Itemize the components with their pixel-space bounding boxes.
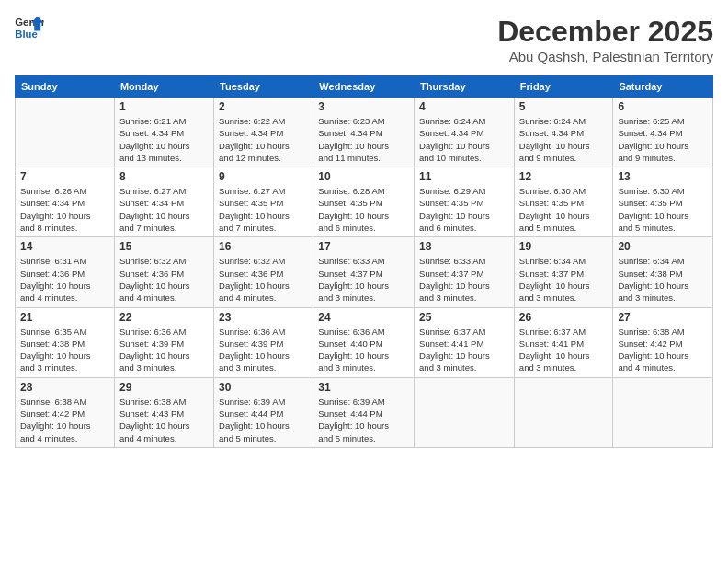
day-info: Sunrise: 6:37 AM Sunset: 4:41 PM Dayligh… [419, 326, 509, 374]
calendar-header-tuesday: Tuesday [214, 76, 313, 98]
calendar-cell: 20Sunrise: 6:34 AM Sunset: 4:38 PM Dayli… [613, 237, 713, 307]
day-info: Sunrise: 6:25 AM Sunset: 4:34 PM Dayligh… [618, 115, 708, 164]
calendar-week-5: 28Sunrise: 6:38 AM Sunset: 4:42 PM Dayli… [16, 377, 713, 447]
day-info: Sunrise: 6:32 AM Sunset: 4:36 PM Dayligh… [219, 255, 308, 304]
day-number: 28 [20, 381, 109, 394]
day-number: 14 [20, 240, 109, 253]
day-number: 27 [618, 311, 708, 324]
day-info: Sunrise: 6:38 AM Sunset: 4:42 PM Dayligh… [20, 396, 109, 444]
calendar-cell: 18Sunrise: 6:33 AM Sunset: 4:37 PM Dayli… [415, 237, 515, 307]
day-number: 29 [119, 381, 209, 394]
calendar-cell: 27Sunrise: 6:38 AM Sunset: 4:42 PM Dayli… [613, 307, 713, 377]
day-info: Sunrise: 6:27 AM Sunset: 4:35 PM Dayligh… [219, 185, 308, 234]
location: Abu Qashsh, Palestinian Territory [497, 49, 713, 64]
calendar-cell: 7Sunrise: 6:26 AM Sunset: 4:34 PM Daylig… [16, 167, 115, 237]
calendar-cell [613, 377, 713, 447]
calendar-week-2: 7Sunrise: 6:26 AM Sunset: 4:34 PM Daylig… [16, 167, 713, 237]
day-number: 31 [318, 381, 409, 394]
day-info: Sunrise: 6:38 AM Sunset: 4:42 PM Dayligh… [618, 326, 708, 374]
day-info: Sunrise: 6:23 AM Sunset: 4:34 PM Dayligh… [318, 115, 409, 164]
calendar-cell [514, 377, 613, 447]
day-info: Sunrise: 6:26 AM Sunset: 4:34 PM Dayligh… [20, 185, 109, 234]
day-number: 12 [519, 170, 609, 183]
day-number: 18 [419, 240, 509, 253]
day-number: 22 [119, 311, 209, 324]
month-title: December 2025 [497, 15, 713, 49]
day-info: Sunrise: 6:36 AM Sunset: 4:39 PM Dayligh… [119, 326, 209, 374]
day-number: 17 [318, 240, 409, 253]
calendar-cell: 24Sunrise: 6:36 AM Sunset: 4:40 PM Dayli… [313, 307, 415, 377]
calendar-cell: 21Sunrise: 6:35 AM Sunset: 4:38 PM Dayli… [16, 307, 115, 377]
calendar-cell: 1Sunrise: 6:21 AM Sunset: 4:34 PM Daylig… [114, 98, 213, 167]
calendar-cell: 14Sunrise: 6:31 AM Sunset: 4:36 PM Dayli… [16, 237, 115, 307]
day-info: Sunrise: 6:39 AM Sunset: 4:44 PM Dayligh… [219, 396, 308, 444]
calendar-week-1: 1Sunrise: 6:21 AM Sunset: 4:34 PM Daylig… [16, 98, 713, 167]
title-section: December 2025 Abu Qashsh, Palestinian Te… [497, 15, 713, 64]
calendar-week-4: 21Sunrise: 6:35 AM Sunset: 4:38 PM Dayli… [16, 307, 713, 377]
day-number: 13 [618, 170, 708, 183]
calendar-cell: 30Sunrise: 6:39 AM Sunset: 4:44 PM Dayli… [214, 377, 313, 447]
calendar-header-saturday: Saturday [613, 76, 713, 98]
day-number: 20 [618, 240, 708, 253]
calendar-table: SundayMondayTuesdayWednesdayThursdayFrid… [15, 75, 713, 448]
calendar-cell: 9Sunrise: 6:27 AM Sunset: 4:35 PM Daylig… [214, 167, 313, 237]
day-info: Sunrise: 6:35 AM Sunset: 4:38 PM Dayligh… [20, 326, 109, 374]
day-number: 9 [219, 170, 308, 183]
calendar-cell: 3Sunrise: 6:23 AM Sunset: 4:34 PM Daylig… [313, 98, 415, 167]
calendar-cell: 29Sunrise: 6:38 AM Sunset: 4:43 PM Dayli… [114, 377, 213, 447]
calendar-cell: 12Sunrise: 6:30 AM Sunset: 4:35 PM Dayli… [514, 167, 613, 237]
calendar-cell: 2Sunrise: 6:22 AM Sunset: 4:34 PM Daylig… [214, 98, 313, 167]
day-number: 6 [618, 100, 708, 113]
day-number: 4 [419, 100, 509, 113]
calendar-cell: 13Sunrise: 6:30 AM Sunset: 4:35 PM Dayli… [613, 167, 713, 237]
day-info: Sunrise: 6:32 AM Sunset: 4:36 PM Dayligh… [119, 255, 209, 304]
day-number: 10 [318, 170, 409, 183]
calendar-header-sunday: Sunday [16, 76, 115, 98]
day-info: Sunrise: 6:33 AM Sunset: 4:37 PM Dayligh… [318, 255, 409, 304]
calendar-cell: 15Sunrise: 6:32 AM Sunset: 4:36 PM Dayli… [114, 237, 213, 307]
calendar-cell: 23Sunrise: 6:36 AM Sunset: 4:39 PM Dayli… [214, 307, 313, 377]
day-number: 30 [219, 381, 308, 394]
day-number: 8 [119, 170, 209, 183]
calendar-cell: 26Sunrise: 6:37 AM Sunset: 4:41 PM Dayli… [514, 307, 613, 377]
calendar-week-3: 14Sunrise: 6:31 AM Sunset: 4:36 PM Dayli… [16, 237, 713, 307]
day-info: Sunrise: 6:36 AM Sunset: 4:39 PM Dayligh… [219, 326, 308, 374]
calendar-header-monday: Monday [114, 76, 213, 98]
calendar-cell: 4Sunrise: 6:24 AM Sunset: 4:34 PM Daylig… [415, 98, 515, 167]
day-info: Sunrise: 6:31 AM Sunset: 4:36 PM Dayligh… [20, 255, 109, 304]
day-info: Sunrise: 6:28 AM Sunset: 4:35 PM Dayligh… [318, 185, 409, 234]
calendar-body: 1Sunrise: 6:21 AM Sunset: 4:34 PM Daylig… [16, 98, 713, 448]
calendar-cell [16, 98, 115, 167]
day-number: 1 [119, 100, 209, 113]
calendar-header-row: SundayMondayTuesdayWednesdayThursdayFrid… [16, 76, 713, 98]
day-number: 7 [20, 170, 109, 183]
calendar-cell: 6Sunrise: 6:25 AM Sunset: 4:34 PM Daylig… [613, 98, 713, 167]
day-number: 2 [219, 100, 308, 113]
day-info: Sunrise: 6:33 AM Sunset: 4:37 PM Dayligh… [419, 255, 509, 304]
day-info: Sunrise: 6:29 AM Sunset: 4:35 PM Dayligh… [419, 185, 509, 234]
day-info: Sunrise: 6:39 AM Sunset: 4:44 PM Dayligh… [318, 396, 409, 444]
calendar-cell: 17Sunrise: 6:33 AM Sunset: 4:37 PM Dayli… [313, 237, 415, 307]
day-info: Sunrise: 6:24 AM Sunset: 4:34 PM Dayligh… [419, 115, 509, 164]
calendar-cell [415, 377, 515, 447]
calendar-header-friday: Friday [514, 76, 613, 98]
calendar-cell: 5Sunrise: 6:24 AM Sunset: 4:34 PM Daylig… [514, 98, 613, 167]
day-info: Sunrise: 6:38 AM Sunset: 4:43 PM Dayligh… [119, 396, 209, 444]
day-info: Sunrise: 6:37 AM Sunset: 4:41 PM Dayligh… [519, 326, 609, 374]
logo-icon: General Blue [15, 15, 44, 40]
calendar-cell: 10Sunrise: 6:28 AM Sunset: 4:35 PM Dayli… [313, 167, 415, 237]
calendar-header-wednesday: Wednesday [313, 76, 415, 98]
day-info: Sunrise: 6:22 AM Sunset: 4:34 PM Dayligh… [219, 115, 308, 164]
calendar-cell: 25Sunrise: 6:37 AM Sunset: 4:41 PM Dayli… [415, 307, 515, 377]
day-info: Sunrise: 6:21 AM Sunset: 4:34 PM Dayligh… [119, 115, 209, 164]
day-number: 5 [519, 100, 609, 113]
calendar-cell: 28Sunrise: 6:38 AM Sunset: 4:42 PM Dayli… [16, 377, 115, 447]
day-number: 24 [318, 311, 409, 324]
day-number: 21 [20, 311, 109, 324]
calendar-header-thursday: Thursday [415, 76, 515, 98]
calendar-cell: 31Sunrise: 6:39 AM Sunset: 4:44 PM Dayli… [313, 377, 415, 447]
day-info: Sunrise: 6:27 AM Sunset: 4:34 PM Dayligh… [119, 185, 209, 234]
day-info: Sunrise: 6:34 AM Sunset: 4:38 PM Dayligh… [618, 255, 708, 304]
calendar-cell: 11Sunrise: 6:29 AM Sunset: 4:35 PM Dayli… [415, 167, 515, 237]
day-number: 26 [519, 311, 609, 324]
